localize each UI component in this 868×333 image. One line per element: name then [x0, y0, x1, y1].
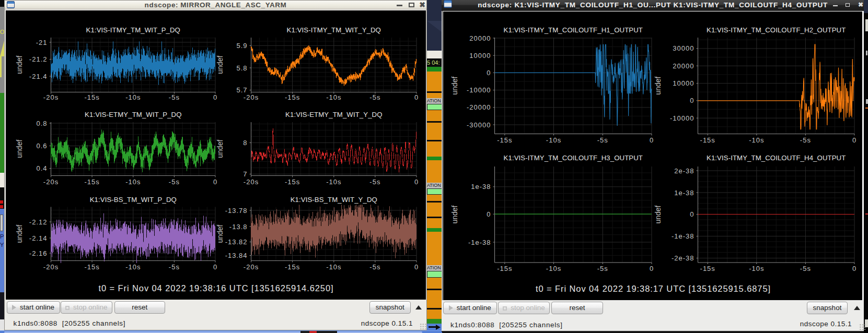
- svg-text:-5s: -5s: [168, 93, 179, 101]
- svg-text:30000: 30000: [673, 44, 694, 52]
- svg-text:-10s: -10s: [546, 136, 561, 144]
- svg-text:-10000: -10000: [670, 114, 694, 122]
- svg-text:undef: undef: [654, 205, 662, 223]
- svg-text:-5s: -5s: [168, 263, 179, 271]
- svg-text:20000: 20000: [469, 34, 491, 42]
- svg-text:-2.14: -2.14: [29, 234, 47, 242]
- svg-text:-13.82: -13.82: [225, 238, 247, 246]
- svg-text:K1:VIS-BS_TM_WIT_P_DQ: K1:VIS-BS_TM_WIT_P_DQ: [89, 196, 176, 204]
- svg-text:undef: undef: [450, 77, 459, 95]
- svg-text:20000: 20000: [673, 62, 694, 70]
- svg-text:0: 0: [414, 178, 418, 186]
- svg-text:undef: undef: [216, 56, 224, 74]
- svg-text:undef: undef: [216, 224, 224, 243]
- svg-text:K1:VIS-ITMY_TM_WIT_P_DQ: K1:VIS-ITMY_TM_WIT_P_DQ: [86, 26, 180, 34]
- svg-text:1e-38: 1e-38: [471, 183, 491, 191]
- svg-text:undef: undef: [15, 224, 24, 243]
- svg-text:-10s: -10s: [749, 265, 764, 272]
- svg-text:K1:VIS-BS_TM_WIT_Y_DQ: K1:VIS-BS_TM_WIT_Y_DQ: [290, 196, 377, 204]
- svg-text:0.4: 0.4: [36, 164, 47, 172]
- svg-text:-13.84: -13.84: [225, 252, 247, 259]
- svg-text:-15s: -15s: [284, 178, 299, 186]
- svg-text:-15s: -15s: [700, 265, 715, 272]
- svg-text:0: 0: [487, 69, 491, 77]
- svg-text:-15s: -15s: [284, 263, 299, 271]
- svg-text:-5s: -5s: [597, 265, 608, 272]
- svg-text:undef: undef: [450, 205, 459, 223]
- svg-text:-5s: -5s: [369, 178, 380, 186]
- svg-text:10000: 10000: [673, 79, 694, 87]
- svg-text:0: 0: [213, 178, 217, 186]
- svg-text:-20s: -20s: [43, 93, 58, 101]
- svg-text:-1e-38: -1e-38: [672, 232, 695, 240]
- svg-text:undef: undef: [216, 140, 224, 158]
- svg-text:-15s: -15s: [284, 93, 299, 101]
- svg-text:0: 0: [852, 136, 857, 144]
- svg-text:K1:VIS-ITMY_TM_COILOUTF_H4_OUT: K1:VIS-ITMY_TM_COILOUTF_H4_OUTPUT: [707, 154, 846, 162]
- svg-text:0: 0: [414, 263, 418, 271]
- svg-text:-21.2: -21.2: [29, 55, 47, 63]
- svg-text:-10s: -10s: [326, 93, 341, 101]
- svg-text:0: 0: [414, 93, 418, 101]
- svg-text:-10s: -10s: [125, 263, 141, 271]
- svg-text:undef: undef: [15, 56, 24, 74]
- svg-text:-20s: -20s: [43, 178, 58, 186]
- svg-text:0: 0: [650, 136, 654, 144]
- svg-text:undef: undef: [654, 77, 662, 95]
- svg-text:-5s: -5s: [800, 265, 811, 272]
- svg-text:0: 0: [213, 93, 217, 101]
- svg-text:-5s: -5s: [800, 136, 811, 144]
- svg-text:-10s: -10s: [326, 178, 341, 186]
- svg-text:-5s: -5s: [597, 136, 608, 144]
- svg-text:-15s: -15s: [84, 93, 99, 101]
- svg-text:5.7: 5.7: [236, 86, 247, 94]
- svg-text:-20s: -20s: [243, 263, 258, 271]
- svg-text:-21: -21: [36, 39, 47, 46]
- svg-text:-10s: -10s: [749, 136, 764, 144]
- svg-text:-5s: -5s: [369, 93, 380, 101]
- svg-text:1e-38: 1e-38: [674, 189, 694, 197]
- svg-text:-1e-38: -1e-38: [468, 239, 491, 246]
- svg-text:K1:VIS-ITMY_TM_COILOUTF_H1_OUT: K1:VIS-ITMY_TM_COILOUTF_H1_OUTPUT: [504, 26, 643, 34]
- svg-text:7: 7: [243, 170, 247, 178]
- svg-text:-15s: -15s: [84, 263, 99, 271]
- svg-text:K1:VIS-ETMY_TM_WIT_Y_DQ: K1:VIS-ETMY_TM_WIT_Y_DQ: [285, 111, 383, 118]
- svg-text:-21.4: -21.4: [29, 73, 47, 80]
- svg-text:-10s: -10s: [125, 93, 141, 101]
- svg-text:0.8: 0.8: [36, 120, 47, 127]
- svg-text:-20s: -20s: [43, 263, 58, 271]
- svg-text:-2.12: -2.12: [29, 218, 47, 226]
- svg-text:K1:VIS-ETMY_TM_WIT_P_DQ: K1:VIS-ETMY_TM_WIT_P_DQ: [85, 111, 182, 118]
- svg-text:0: 0: [690, 97, 694, 104]
- svg-text:-30000: -30000: [467, 121, 491, 129]
- svg-text:undef: undef: [15, 140, 24, 158]
- svg-text:t0 = Fri Nov 04 2022 19:38:16: t0 = Fri Nov 04 2022 19:38:16 UTC [13516…: [98, 283, 333, 293]
- svg-text:K1:VIS-ITMY_TM_COILOUTF_H3_OUT: K1:VIS-ITMY_TM_COILOUTF_H3_OUTPUT: [504, 154, 643, 162]
- svg-text:0: 0: [650, 265, 654, 272]
- svg-text:-15s: -15s: [497, 136, 512, 144]
- svg-text:8: 8: [243, 139, 247, 147]
- svg-text:-2e-38: -2e-38: [672, 254, 695, 262]
- svg-text:-10s: -10s: [546, 265, 561, 272]
- svg-text:2e-38: 2e-38: [674, 167, 694, 175]
- svg-text:-10s: -10s: [326, 263, 341, 271]
- svg-text:0: 0: [213, 263, 217, 271]
- svg-text:-2.16: -2.16: [29, 249, 47, 257]
- svg-text:-5s: -5s: [168, 178, 179, 186]
- svg-text:-20000: -20000: [467, 103, 491, 111]
- svg-text:-20s: -20s: [243, 93, 258, 101]
- svg-text:-13.8: -13.8: [229, 223, 247, 231]
- svg-text:10000: 10000: [469, 52, 491, 60]
- svg-text:K1:VIS-ITMY_TM_WIT_Y_DQ: K1:VIS-ITMY_TM_WIT_Y_DQ: [286, 26, 380, 34]
- svg-text:-15s: -15s: [84, 178, 99, 186]
- svg-text:K1:VIS-ITMY_TM_COILOUTF_H2_OUT: K1:VIS-ITMY_TM_COILOUTF_H2_OUTPUT: [707, 26, 846, 34]
- svg-text:0: 0: [852, 265, 857, 272]
- svg-text:0: 0: [487, 210, 491, 218]
- svg-text:t0 = Fri Nov 04 2022 19:38:17: t0 = Fri Nov 04 2022 19:38:17 UTC [13516…: [536, 284, 771, 293]
- svg-text:-5s: -5s: [369, 263, 380, 271]
- svg-text:0.6: 0.6: [36, 142, 47, 150]
- svg-text:0: 0: [690, 210, 694, 218]
- svg-text:-10000: -10000: [467, 86, 491, 94]
- svg-text:5.8: 5.8: [236, 64, 247, 72]
- svg-text:-15s: -15s: [497, 265, 512, 272]
